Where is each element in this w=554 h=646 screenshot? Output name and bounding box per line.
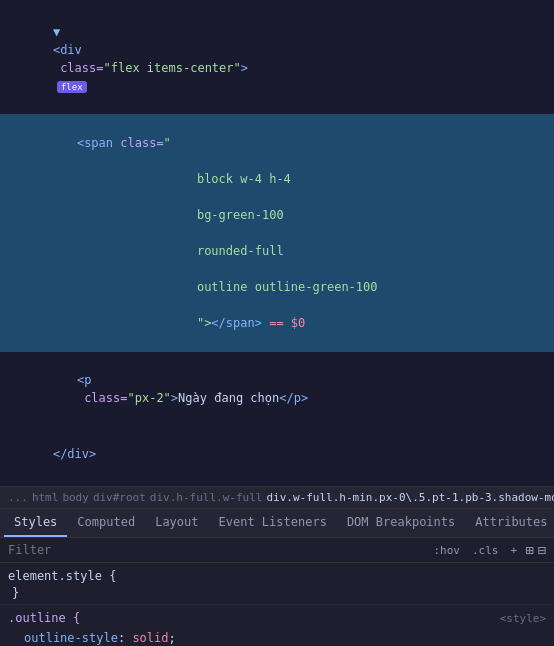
html-line-close-div: </div> bbox=[0, 426, 554, 482]
breadcrumb-current[interactable]: div.w-full.h-min.px-0\.5.pt-1.pb-3.shado… bbox=[266, 491, 554, 504]
breadcrumb-divhfull[interactable]: div.h-full.w-full bbox=[150, 491, 263, 504]
collapse-icon[interactable]: ⊟ bbox=[538, 542, 546, 558]
html-line-p: <p class="px-2">Ngày đang chọn</p> bbox=[0, 352, 554, 426]
breadcrumb: ... html body div#root div.h-full.w-full… bbox=[0, 487, 554, 509]
tab-layout[interactable]: Layout bbox=[145, 509, 208, 537]
flex-badge: flex bbox=[57, 81, 87, 93]
filter-bar: :hov .cls + ⊞ ⊟ bbox=[0, 538, 554, 563]
rule-element-style: element.style { } bbox=[0, 563, 554, 605]
breadcrumb-divroot[interactable]: div#root bbox=[93, 491, 146, 504]
hov-filter[interactable]: :hov bbox=[430, 543, 465, 558]
source-style-outline[interactable]: <style> bbox=[500, 610, 546, 628]
prop-outline-style: outline-style: solid; bbox=[8, 628, 546, 646]
html-line-div: ▼ <div class="flex items-center"> flex bbox=[0, 4, 554, 114]
filter-input[interactable] bbox=[8, 543, 424, 557]
collapse-arrow[interactable]: ▼ bbox=[53, 25, 60, 39]
filter-badges: :hov .cls + ⊞ ⊟ bbox=[430, 542, 547, 558]
html-line-span[interactable]: <span class=" block w-4 h-4 bg-green-100… bbox=[0, 114, 554, 352]
tab-attributes[interactable]: Attributes bbox=[465, 509, 554, 537]
tab-styles[interactable]: Styles bbox=[4, 509, 67, 537]
tab-event-listeners[interactable]: Event Listeners bbox=[209, 509, 337, 537]
breadcrumb-body[interactable]: body bbox=[62, 491, 89, 504]
add-filter[interactable]: + bbox=[507, 543, 522, 558]
rule-outline: .outline { <style> outline-style: solid;… bbox=[0, 605, 554, 646]
html-source-panel: ▼ <div class="flex items-center"> flex <… bbox=[0, 0, 554, 487]
breadcrumb-dots[interactable]: ... bbox=[8, 491, 28, 504]
styles-content: element.style { } .outline { <style> out… bbox=[0, 563, 554, 646]
tab-dom-breakpoints[interactable]: DOM Breakpoints bbox=[337, 509, 465, 537]
tab-computed[interactable]: Computed bbox=[67, 509, 145, 537]
settings-icon[interactable]: ⊞ bbox=[525, 542, 533, 558]
devtools-tabs: Styles Computed Layout Event Listeners D… bbox=[0, 509, 554, 538]
cls-filter[interactable]: .cls bbox=[468, 543, 503, 558]
breadcrumb-html[interactable]: html bbox=[32, 491, 59, 504]
